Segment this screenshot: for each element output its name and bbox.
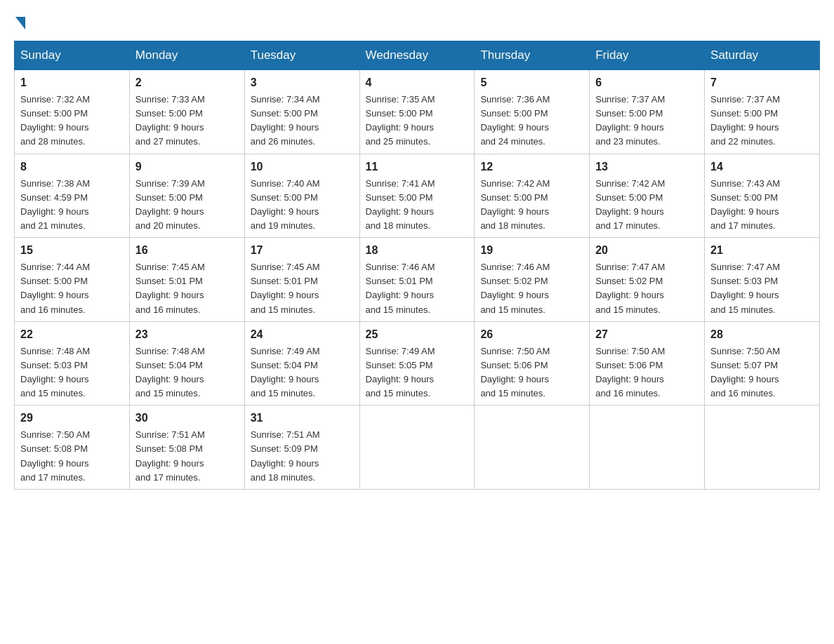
day-number: 11 (366, 159, 469, 175)
day-info: Sunrise: 7:37 AMSunset: 5:00 PMDaylight:… (595, 94, 665, 147)
day-number: 25 (366, 326, 469, 343)
column-header-wednesday: Wednesday (359, 41, 475, 70)
day-info: Sunrise: 7:44 AMSunset: 5:00 PMDaylight:… (20, 262, 90, 314)
day-info: Sunrise: 7:51 AMSunset: 5:09 PMDaylight:… (251, 429, 320, 482)
day-number: 10 (251, 159, 354, 175)
day-number: 19 (480, 242, 583, 259)
day-number: 8 (20, 159, 124, 175)
day-info: Sunrise: 7:46 AMSunset: 5:02 PMDaylight:… (480, 262, 550, 314)
calendar-cell: 4 Sunrise: 7:35 AMSunset: 5:00 PMDayligh… (359, 70, 475, 154)
day-number: 12 (480, 159, 583, 175)
logo (14, 14, 25, 27)
day-number: 31 (251, 410, 354, 427)
day-number: 20 (595, 242, 699, 259)
calendar-header-row: SundayMondayTuesdayWednesdayThursdayFrid… (15, 41, 820, 70)
calendar-cell: 5 Sunrise: 7:36 AMSunset: 5:00 PMDayligh… (475, 70, 590, 154)
calendar-cell: 12 Sunrise: 7:42 AMSunset: 5:00 PMDaylig… (475, 154, 590, 238)
day-number: 22 (20, 326, 124, 343)
calendar-cell: 25 Sunrise: 7:49 AMSunset: 5:05 PMDaylig… (359, 321, 475, 405)
day-number: 26 (480, 326, 583, 343)
calendar-cell (475, 405, 590, 490)
calendar-table: SundayMondayTuesdayWednesdayThursdayFrid… (14, 41, 820, 490)
day-number: 24 (251, 326, 354, 343)
day-info: Sunrise: 7:51 AMSunset: 5:08 PMDaylight:… (135, 429, 205, 482)
day-number: 1 (20, 74, 124, 91)
day-info: Sunrise: 7:42 AMSunset: 5:00 PMDaylight:… (480, 178, 550, 231)
day-info: Sunrise: 7:43 AMSunset: 5:00 PMDaylight:… (710, 178, 780, 231)
calendar-cell: 10 Sunrise: 7:40 AMSunset: 5:00 PMDaylig… (244, 154, 359, 238)
calendar-cell: 29 Sunrise: 7:50 AMSunset: 5:08 PMDaylig… (15, 405, 130, 490)
day-number: 3 (251, 74, 354, 91)
day-info: Sunrise: 7:48 AMSunset: 5:03 PMDaylight:… (20, 346, 90, 398)
day-info: Sunrise: 7:49 AMSunset: 5:05 PMDaylight:… (366, 346, 435, 398)
calendar-cell: 30 Sunrise: 7:51 AMSunset: 5:08 PMDaylig… (129, 405, 244, 490)
calendar-cell: 28 Sunrise: 7:50 AMSunset: 5:07 PMDaylig… (705, 321, 820, 405)
day-number: 28 (710, 326, 814, 343)
calendar-cell: 23 Sunrise: 7:48 AMSunset: 5:04 PMDaylig… (129, 321, 244, 405)
calendar-cell: 3 Sunrise: 7:34 AMSunset: 5:00 PMDayligh… (244, 70, 359, 154)
page-header (14, 14, 820, 27)
day-number: 5 (480, 74, 583, 91)
day-info: Sunrise: 7:34 AMSunset: 5:00 PMDaylight:… (251, 94, 320, 147)
calendar-cell: 14 Sunrise: 7:43 AMSunset: 5:00 PMDaylig… (705, 154, 820, 238)
day-number: 17 (251, 242, 354, 259)
logo-arrow-icon (15, 17, 25, 29)
calendar-cell: 13 Sunrise: 7:42 AMSunset: 5:00 PMDaylig… (590, 154, 705, 238)
column-header-monday: Monday (129, 41, 244, 70)
day-number: 4 (366, 74, 469, 91)
day-info: Sunrise: 7:32 AMSunset: 5:00 PMDaylight:… (20, 94, 90, 147)
day-info: Sunrise: 7:46 AMSunset: 5:01 PMDaylight:… (366, 262, 435, 314)
day-number: 7 (710, 74, 814, 91)
day-info: Sunrise: 7:33 AMSunset: 5:00 PMDaylight:… (135, 94, 205, 147)
calendar-cell: 18 Sunrise: 7:46 AMSunset: 5:01 PMDaylig… (359, 238, 475, 322)
day-info: Sunrise: 7:47 AMSunset: 5:03 PMDaylight:… (710, 262, 780, 314)
calendar-cell: 27 Sunrise: 7:50 AMSunset: 5:06 PMDaylig… (590, 321, 705, 405)
calendar-cell: 6 Sunrise: 7:37 AMSunset: 5:00 PMDayligh… (590, 70, 705, 154)
day-number: 16 (135, 242, 239, 259)
day-info: Sunrise: 7:35 AMSunset: 5:00 PMDaylight:… (366, 94, 435, 147)
calendar-cell: 26 Sunrise: 7:50 AMSunset: 5:06 PMDaylig… (475, 321, 590, 405)
day-info: Sunrise: 7:40 AMSunset: 5:00 PMDaylight:… (251, 178, 320, 231)
calendar-week-row: 8 Sunrise: 7:38 AMSunset: 4:59 PMDayligh… (15, 154, 820, 238)
day-info: Sunrise: 7:48 AMSunset: 5:04 PMDaylight:… (135, 346, 205, 398)
calendar-cell: 16 Sunrise: 7:45 AMSunset: 5:01 PMDaylig… (129, 238, 244, 322)
calendar-cell: 2 Sunrise: 7:33 AMSunset: 5:00 PMDayligh… (129, 70, 244, 154)
day-number: 18 (366, 242, 469, 259)
column-header-thursday: Thursday (475, 41, 590, 70)
day-info: Sunrise: 7:38 AMSunset: 4:59 PMDaylight:… (20, 178, 90, 231)
day-info: Sunrise: 7:45 AMSunset: 5:01 PMDaylight:… (251, 262, 320, 314)
day-number: 9 (135, 159, 239, 175)
calendar-cell (705, 405, 820, 490)
column-header-saturday: Saturday (705, 41, 820, 70)
day-info: Sunrise: 7:50 AMSunset: 5:08 PMDaylight:… (20, 429, 90, 482)
day-number: 14 (710, 159, 814, 175)
calendar-cell: 19 Sunrise: 7:46 AMSunset: 5:02 PMDaylig… (475, 238, 590, 322)
calendar-cell: 31 Sunrise: 7:51 AMSunset: 5:09 PMDaylig… (244, 405, 359, 490)
column-header-tuesday: Tuesday (244, 41, 359, 70)
day-info: Sunrise: 7:50 AMSunset: 5:07 PMDaylight:… (710, 346, 780, 398)
day-info: Sunrise: 7:50 AMSunset: 5:06 PMDaylight:… (480, 346, 550, 398)
calendar-cell: 11 Sunrise: 7:41 AMSunset: 5:00 PMDaylig… (359, 154, 475, 238)
calendar-cell: 1 Sunrise: 7:32 AMSunset: 5:00 PMDayligh… (15, 70, 130, 154)
calendar-cell: 17 Sunrise: 7:45 AMSunset: 5:01 PMDaylig… (244, 238, 359, 322)
calendar-cell (590, 405, 705, 490)
calendar-cell: 22 Sunrise: 7:48 AMSunset: 5:03 PMDaylig… (15, 321, 130, 405)
column-header-sunday: Sunday (15, 41, 130, 70)
column-header-friday: Friday (590, 41, 705, 70)
calendar-week-row: 29 Sunrise: 7:50 AMSunset: 5:08 PMDaylig… (15, 405, 820, 490)
day-number: 13 (595, 159, 699, 175)
calendar-cell: 20 Sunrise: 7:47 AMSunset: 5:02 PMDaylig… (590, 238, 705, 322)
day-info: Sunrise: 7:47 AMSunset: 5:02 PMDaylight:… (595, 262, 665, 314)
day-info: Sunrise: 7:39 AMSunset: 5:00 PMDaylight:… (135, 178, 205, 231)
calendar-cell: 24 Sunrise: 7:49 AMSunset: 5:04 PMDaylig… (244, 321, 359, 405)
day-number: 30 (135, 410, 239, 427)
day-number: 23 (135, 326, 239, 343)
calendar-week-row: 15 Sunrise: 7:44 AMSunset: 5:00 PMDaylig… (15, 238, 820, 322)
calendar-week-row: 22 Sunrise: 7:48 AMSunset: 5:03 PMDaylig… (15, 321, 820, 405)
day-number: 15 (20, 242, 124, 259)
day-info: Sunrise: 7:45 AMSunset: 5:01 PMDaylight:… (135, 262, 205, 314)
day-number: 6 (595, 74, 699, 91)
day-info: Sunrise: 7:49 AMSunset: 5:04 PMDaylight:… (251, 346, 320, 398)
calendar-cell: 15 Sunrise: 7:44 AMSunset: 5:00 PMDaylig… (15, 238, 130, 322)
day-info: Sunrise: 7:36 AMSunset: 5:00 PMDaylight:… (480, 94, 550, 147)
